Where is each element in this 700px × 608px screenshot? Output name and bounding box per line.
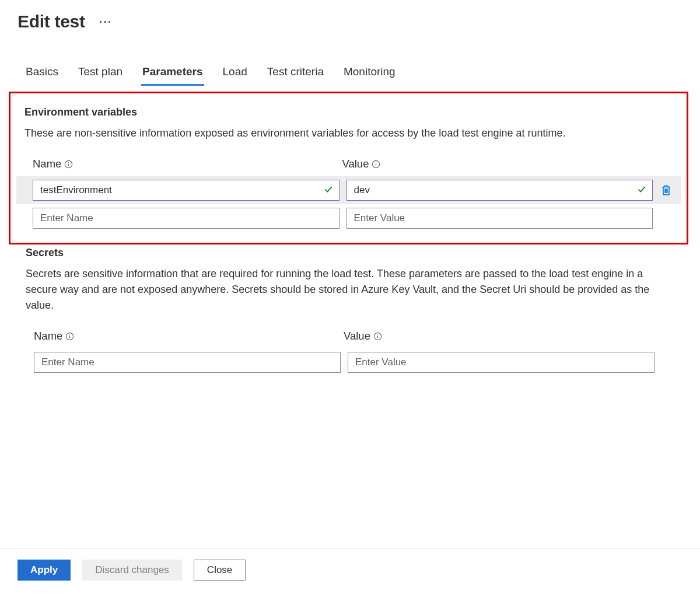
info-icon[interactable] <box>65 332 74 341</box>
secrets-row-empty <box>18 348 682 376</box>
footer: Apply Discard changes Close <box>0 548 700 591</box>
info-icon[interactable] <box>64 160 73 169</box>
discard-changes-button[interactable]: Discard changes <box>82 560 182 581</box>
tab-basics[interactable]: Basics <box>24 61 60 86</box>
env-value-header: Value <box>342 158 645 170</box>
more-actions-button[interactable]: ··· <box>97 13 115 31</box>
page-title: Edit test <box>18 12 85 32</box>
secrets-title: Secrets <box>18 247 682 259</box>
env-name-header: Name <box>33 158 335 170</box>
env-name-input[interactable] <box>33 208 340 229</box>
tab-test-criteria[interactable]: Test criteria <box>266 61 325 86</box>
info-icon[interactable] <box>373 332 382 341</box>
apply-button[interactable]: Apply <box>18 560 71 581</box>
secrets-value-header-text: Value <box>344 330 370 343</box>
env-row-empty <box>16 204 681 232</box>
env-desc: These are non-sensitive information expo… <box>16 125 681 141</box>
secrets-section: Secrets Secrets are sensitive informatio… <box>18 244 682 376</box>
secrets-name-header: Name <box>34 330 337 343</box>
secrets-name-input[interactable] <box>34 352 341 373</box>
svg-point-10 <box>69 334 70 335</box>
env-name-input[interactable] <box>33 180 340 201</box>
tab-parameters[interactable]: Parameters <box>141 61 204 86</box>
delete-row-button[interactable] <box>660 182 673 198</box>
env-name-header-text: Name <box>33 158 61 170</box>
secrets-value-header: Value <box>344 330 646 343</box>
close-button[interactable]: Close <box>194 560 246 581</box>
env-row <box>16 176 681 204</box>
env-value-header-text: Value <box>342 158 369 170</box>
tab-test-plan[interactable]: Test plan <box>77 61 124 86</box>
svg-point-1 <box>68 162 69 163</box>
secrets-value-input[interactable] <box>348 352 654 373</box>
tab-load[interactable]: Load <box>222 61 249 86</box>
env-value-input[interactable] <box>346 180 653 201</box>
tabs: Basics Test plan Parameters Load Test cr… <box>18 61 682 86</box>
info-icon[interactable] <box>372 160 380 169</box>
secrets-desc: Secrets are sensitive information that a… <box>18 266 682 313</box>
svg-point-4 <box>376 162 376 163</box>
svg-point-13 <box>377 334 378 335</box>
tab-monitoring[interactable]: Monitoring <box>342 61 397 86</box>
env-variables-section: Environment variables These are non-sens… <box>9 92 688 244</box>
env-value-input[interactable] <box>346 208 653 229</box>
env-title: Environment variables <box>16 106 681 118</box>
secrets-name-header-text: Name <box>34 330 62 343</box>
